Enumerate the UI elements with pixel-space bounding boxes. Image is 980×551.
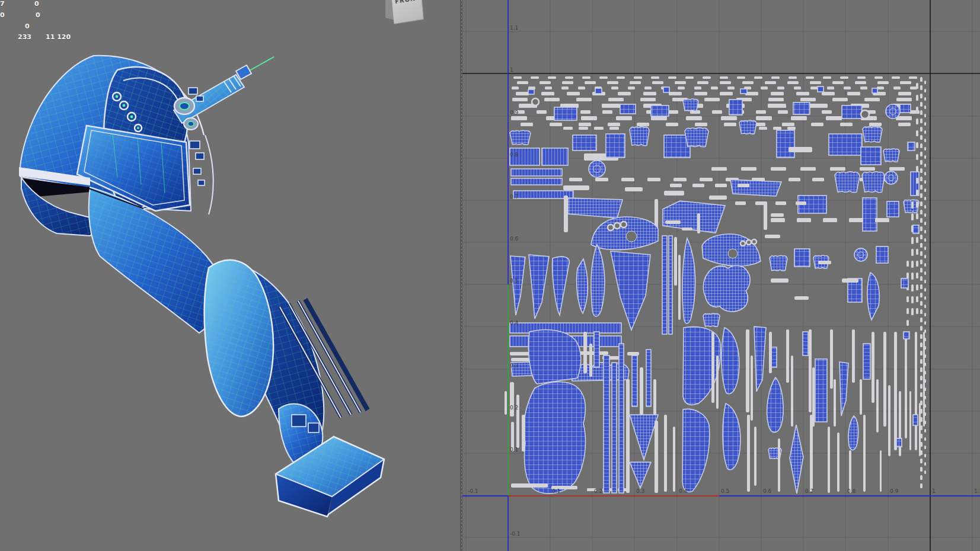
uv-shell-dash[interactable] — [924, 305, 926, 308]
uv-shell-dash[interactable] — [920, 401, 922, 405]
uv-shell-dash[interactable] — [916, 296, 918, 302]
uv-shell-strip[interactable] — [880, 450, 882, 492]
uv-shell-dash[interactable] — [735, 201, 746, 205]
uv-shell-strip[interactable] — [769, 332, 772, 373]
uv-shell-circle[interactable] — [854, 248, 867, 261]
uv-shell-dash[interactable] — [924, 139, 926, 142]
uv-shell-dash[interactable] — [844, 87, 851, 89]
uv-shell-dash[interactable] — [562, 81, 573, 84]
uv-shell-dash[interactable] — [567, 92, 580, 95]
uv-shell-dash[interactable] — [920, 459, 922, 463]
uv-shell-dash[interactable] — [855, 81, 866, 84]
uv-shell-dash[interactable] — [916, 190, 918, 196]
uv-shell-dash[interactable] — [920, 318, 922, 322]
uv-shell-dash[interactable] — [924, 172, 926, 175]
uv-shell-dash[interactable] — [924, 338, 926, 341]
uv-shell-dash[interactable] — [756, 116, 772, 120]
uv-shell-island[interactable] — [611, 251, 650, 330]
uv-shell-dash[interactable] — [906, 320, 909, 326]
uv-shell-dash[interactable] — [512, 98, 528, 101]
uv-shell-dash[interactable] — [920, 367, 922, 372]
uv-shell-tooth[interactable] — [630, 127, 649, 146]
uv-shell-dash[interactable] — [920, 301, 922, 306]
uv-shell-dash[interactable] — [924, 387, 926, 391]
uv-shell-dash[interactable] — [727, 87, 735, 89]
uv-shell-rect[interactable] — [829, 134, 862, 155]
uv-shell-dash[interactable] — [771, 76, 780, 79]
uv-shell-strip[interactable] — [771, 213, 784, 217]
uv-shell-dash[interactable] — [924, 470, 926, 474]
uv-shell-rect[interactable] — [913, 415, 918, 425]
uv-shell-strip[interactable] — [818, 261, 831, 264]
uv-shell-rect[interactable] — [872, 88, 877, 93]
uv-shell-dash[interactable] — [920, 193, 922, 198]
uv-shell-dash[interactable] — [911, 237, 914, 244]
uv-shell-dash[interactable] — [704, 98, 720, 101]
uv-shell-dash[interactable] — [869, 123, 882, 126]
uv-shell-dash[interactable] — [924, 404, 926, 408]
uv-shell-tooth[interactable] — [835, 172, 860, 193]
uv-shell-dash[interactable] — [911, 213, 914, 220]
uv-shell-dash[interactable] — [924, 188, 926, 192]
uv-shell-strip[interactable] — [589, 344, 592, 377]
uv-shell-ring[interactable] — [861, 110, 869, 118]
uv-shell-island[interactable] — [568, 198, 623, 218]
uv-shell-strip[interactable] — [511, 483, 548, 488]
uv-shell-dash[interactable] — [924, 271, 926, 275]
uv-shell-dash[interactable] — [670, 184, 682, 187]
uv-shell-strip[interactable] — [665, 220, 681, 224]
uv-shell-strip[interactable] — [682, 228, 692, 230]
uv-shell-island[interactable] — [767, 377, 784, 433]
uv-shell-strip[interactable] — [505, 391, 507, 415]
uv-shell-dash[interactable] — [920, 135, 922, 140]
uv-shell-dash[interactable] — [924, 462, 926, 466]
uv-shell-dash[interactable] — [647, 178, 660, 181]
uv-shell-rect[interactable] — [900, 104, 911, 113]
uv-shell-dash[interactable] — [920, 85, 922, 90]
uv-shell-dash[interactable] — [643, 92, 656, 95]
uv-shell-dash[interactable] — [812, 178, 824, 181]
uv-shell-strip[interactable] — [771, 278, 789, 283]
uv-shell-island[interactable] — [577, 259, 588, 313]
uv-shell-dash[interactable] — [916, 284, 918, 290]
uv-shell-dash[interactable] — [540, 81, 551, 84]
uv-shell-dash[interactable] — [893, 87, 901, 89]
uv-shell-dash[interactable] — [924, 164, 926, 167]
uv-shell-rect[interactable] — [876, 246, 888, 263]
uv-shell-dash[interactable] — [628, 87, 635, 89]
uv-shell-rect[interactable] — [619, 344, 624, 493]
uv-shell-dash[interactable] — [906, 261, 909, 267]
uv-shell-dash[interactable] — [811, 123, 823, 126]
uv-shell-rect[interactable] — [646, 350, 651, 406]
uv-shell-dash[interactable] — [810, 81, 821, 84]
uv-shell-dash[interactable] — [920, 143, 922, 148]
uv-shell-dash[interactable] — [906, 296, 909, 302]
uv-shell-dash[interactable] — [920, 218, 922, 223]
uv-shell-dash[interactable] — [580, 110, 590, 114]
uv-shell-dash[interactable] — [911, 249, 914, 256]
uv-shell-dash[interactable] — [892, 76, 900, 79]
uv-shell-dash[interactable] — [920, 359, 922, 364]
uv-shell-dash[interactable] — [652, 81, 663, 84]
uv-editor[interactable]: -0.10.10.20.30.40.50.60.70.80.911.11.110… — [462, 0, 980, 551]
uv-shell-dash[interactable] — [916, 249, 918, 255]
uv-shell-dash[interactable] — [599, 76, 608, 79]
uv-shell-dash[interactable] — [920, 467, 922, 472]
uv-shell-dash[interactable] — [782, 123, 794, 126]
uv-shell-dash[interactable] — [608, 98, 624, 101]
uv-shell-dash[interactable] — [823, 218, 837, 222]
uv-shell-dash[interactable] — [565, 76, 573, 79]
uv-shell-dash[interactable] — [692, 184, 704, 187]
uv-shell-dash[interactable] — [809, 104, 828, 108]
uv-shell-dash[interactable] — [924, 213, 926, 217]
uv-shell-dash[interactable] — [924, 346, 926, 350]
uv-shell-dash[interactable] — [849, 218, 863, 222]
uv-shell-dash[interactable] — [759, 127, 767, 130]
uv-shell-dash[interactable] — [875, 218, 889, 222]
uv-shell-dash[interactable] — [694, 87, 701, 89]
uv-shell-dash[interactable] — [916, 107, 918, 113]
uv-shell-island[interactable] — [730, 180, 781, 196]
uv-shell-dash[interactable] — [924, 122, 926, 126]
uv-shell-dash[interactable] — [771, 167, 786, 171]
uv-shell-dash[interactable] — [791, 116, 807, 120]
